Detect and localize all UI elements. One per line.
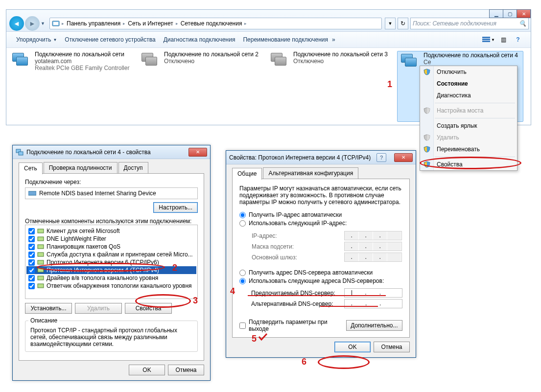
addr-dropdown[interactable]: ▼ (385, 18, 396, 29)
protocol-icon (37, 259, 45, 266)
component-checkbox[interactable] (28, 236, 35, 242)
uninstall-button[interactable]: Удалить (75, 303, 122, 314)
breadcrumb-segment[interactable]: Панель управления (64, 20, 123, 27)
component-row[interactable]: Протокол Интернета версии 6 (TCP/IPv6) (26, 258, 196, 266)
components-list[interactable]: Клиент для сетей MicrosoftDNE LightWeigh… (25, 225, 198, 299)
nav-history-dropdown[interactable]: ▼ (40, 21, 47, 26)
svg-rect-3 (482, 39, 490, 40)
components-label: Отмеченные компоненты используются этим … (25, 218, 198, 225)
ip-input[interactable]: ... (344, 231, 402, 240)
svg-rect-9 (38, 237, 44, 241)
protocol-icon (37, 243, 45, 250)
component-checkbox[interactable] (28, 228, 35, 234)
radio-ip-auto-label: Получить IP-адрес автоматически (249, 211, 342, 218)
context-menu-item[interactable]: Отключить (420, 66, 517, 78)
context-menu-item[interactable]: Свойства (420, 159, 517, 170)
ok-button[interactable]: OK (334, 342, 371, 352)
dialog-titlebar: Свойства: Протокол Интернета версии 4 (T… (226, 151, 416, 164)
dialog-help-button[interactable]: ? (376, 153, 386, 162)
address-bar[interactable]: ▸ Панель управления ▸ Сеть и Интернет ▸ … (49, 18, 382, 29)
svg-rect-7 (28, 191, 36, 195)
svg-rect-6 (19, 152, 23, 155)
tb-overflow[interactable]: » (332, 36, 335, 43)
mask-input[interactable]: ... (344, 242, 402, 251)
tab-general[interactable]: Общие (232, 168, 262, 180)
tb-diagnose[interactable]: Диагностика подключения (160, 34, 239, 45)
help-icon[interactable]: ? (511, 34, 525, 46)
component-checkbox[interactable] (28, 259, 35, 266)
context-menu-item: Удалить (420, 132, 517, 143)
component-row[interactable]: Драйвер в/в тополога канального уровня (26, 274, 196, 282)
dns1-input[interactable]: |.. (344, 288, 402, 298)
install-button[interactable]: Установить... (25, 303, 72, 314)
context-menu-item[interactable]: Диагностика (420, 90, 517, 101)
shield-icon (423, 107, 430, 114)
context-menu: ОтключитьСостояниеДиагностикаНастройка м… (420, 66, 517, 171)
component-row[interactable]: Протокол Интернета версии 4 (TCP/IPv4) (26, 266, 196, 274)
window-titlebar: ▁ ▢ ✕ (6, 10, 531, 15)
dialog-titlebar: Подключение по локальной сети 4 - свойст… (13, 145, 210, 159)
dialog-close-button[interactable]: ✕ (188, 148, 207, 157)
preview-icon[interactable]: ▥ (496, 34, 510, 46)
context-menu-item[interactable]: Создать ярлык (420, 120, 517, 132)
component-checkbox[interactable] (28, 244, 35, 250)
addr-refresh[interactable]: ↻ (398, 18, 408, 29)
connection-item[interactable]: Подключение по локальной сети yotateam.c… (9, 51, 134, 122)
context-menu-item[interactable]: Переименовать (420, 143, 517, 155)
svg-rect-10 (38, 245, 44, 249)
connection-title: Подключение по локальной сети 2 (164, 51, 263, 58)
cancel-button[interactable]: Отмена (168, 365, 204, 375)
component-row[interactable]: Планировщик пакетов QoS (26, 243, 196, 251)
configure-button[interactable]: Настроить... (153, 202, 198, 213)
gw-input[interactable]: ... (344, 253, 402, 262)
component-checkbox[interactable] (28, 283, 35, 289)
description-label: Описание (28, 317, 59, 324)
search-input[interactable]: Поиск: Сетевые подключения 🔍 (410, 18, 529, 29)
component-row[interactable]: Служба доступа к файлам и принтерам сете… (26, 251, 196, 258)
radio-ip-manual[interactable] (239, 220, 246, 227)
close-button[interactable]: ✕ (517, 9, 531, 18)
svg-rect-12 (38, 260, 44, 264)
back-button[interactable]: ◄ (9, 16, 24, 31)
cancel-button[interactable]: Отмена (374, 342, 410, 352)
breadcrumb-segment[interactable]: Сетевые подключения (178, 20, 245, 27)
radio-dns-manual[interactable] (239, 278, 246, 284)
location-icon (52, 20, 60, 27)
dialog-close-button[interactable]: ✕ (394, 153, 413, 162)
tb-organize[interactable]: Упорядочить▼ (12, 34, 61, 45)
tab-network[interactable]: Сеть (19, 162, 43, 174)
component-row[interactable]: Ответчик обнаружения топологии канальног… (26, 282, 196, 290)
forward-button[interactable]: ► (25, 16, 40, 31)
ok-button[interactable]: OK (129, 365, 165, 375)
context-menu-item[interactable]: Состояние (420, 78, 517, 90)
dns2-input[interactable]: ... (344, 299, 402, 308)
connection-item[interactable]: Подключение по локальной сети 3 Отключен… (268, 51, 392, 122)
svg-rect-1 (53, 22, 58, 25)
component-row[interactable]: DNE LightWeight Filter (26, 235, 196, 243)
component-checkbox[interactable] (28, 267, 35, 274)
tab-auth[interactable]: Проверка подлинности (44, 162, 118, 174)
minimize-button[interactable]: ▁ (489, 9, 503, 18)
properties-button[interactable]: Свойства (125, 303, 172, 314)
validate-checkbox[interactable] (239, 323, 246, 329)
shield-icon (423, 146, 430, 153)
context-menu-item: Настройка моста (420, 105, 517, 116)
tb-rename[interactable]: Переименование подключения (239, 34, 332, 45)
maximize-button[interactable]: ▢ (503, 9, 517, 18)
tab-altconfig[interactable]: Альтернативная конфигурация (263, 167, 358, 179)
view-icon[interactable]: ▼ (482, 34, 495, 46)
component-checkbox[interactable] (28, 252, 35, 258)
radio-ip-manual-label: Использовать следующий IP-адрес: (249, 220, 347, 227)
connection-item[interactable]: Подключение по локальной сети 2 Отключен… (139, 51, 263, 122)
tb-disable[interactable]: Отключение сетевого устройства (61, 34, 159, 45)
advanced-button[interactable]: Дополнительно... (346, 320, 402, 331)
annotation-underline-dns1 (320, 306, 378, 307)
tab-sharing[interactable]: Доступ (118, 162, 148, 174)
component-checkbox[interactable] (28, 275, 35, 281)
component-row[interactable]: Клиент для сетей Microsoft (26, 227, 196, 235)
breadcrumb-segment[interactable]: Сеть и Интернет (125, 20, 175, 27)
radio-dns-auto[interactable] (239, 270, 246, 276)
radio-ip-auto[interactable] (239, 212, 246, 218)
connection-status: Отключено (164, 58, 263, 65)
dialog-ipv4-properties: Свойства: Протокол Интернета версии 4 (T… (226, 150, 416, 358)
